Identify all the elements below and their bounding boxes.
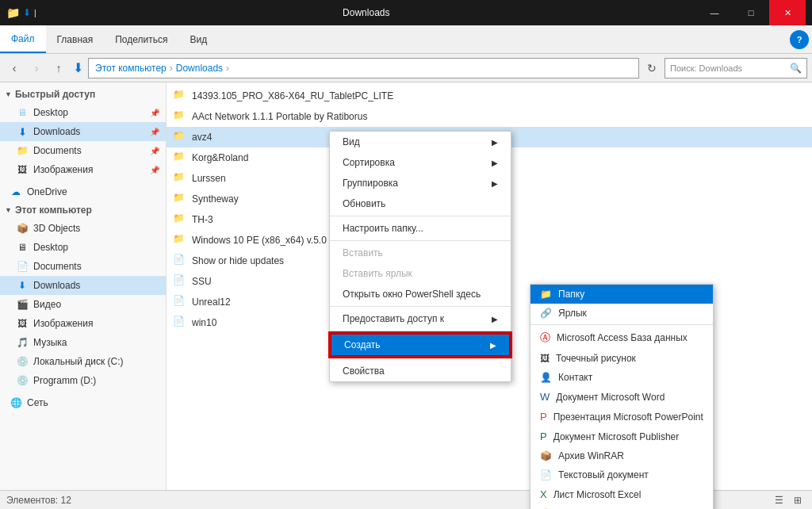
ctx-arrow-icon: ▶	[492, 179, 498, 188]
submenu-folder[interactable]: 📁 Папку	[530, 285, 713, 304]
drive-c-label: Локальный диск (C:)	[33, 356, 159, 367]
ctx-sep3	[330, 306, 511, 307]
address-path[interactable]: Этот компьютер › Downloads ›	[88, 58, 639, 78]
ctx-customize-label: Настроить папку...	[343, 223, 423, 234]
ctx-refresh[interactable]: Обновить	[330, 193, 511, 214]
ctx-group-label: Группировка	[343, 178, 398, 189]
quick-access-label: Быстрый доступ	[15, 89, 95, 100]
sidebar-item-drive-c[interactable]: 💿 Локальный диск (C:)	[0, 352, 166, 371]
folder-icon: 📁	[173, 171, 187, 186]
sidebar-item-music[interactable]: 🎵 Музыка	[0, 333, 166, 352]
submenu-txt-icon: 📄	[540, 469, 552, 480]
forward-button[interactable]: ›	[27, 59, 46, 78]
sidebar-item-network[interactable]: 🌐 Сеть	[0, 393, 166, 412]
maximize-button[interactable]: □	[733, 0, 769, 25]
submenu-excel[interactable]: X Лист Microsoft Excel	[530, 484, 713, 504]
submenu-bitmap-label: Точечный рисунок	[556, 353, 636, 364]
ctx-arrow-icon: ▶	[492, 315, 498, 323]
ctx-sep2	[330, 240, 511, 241]
close-button[interactable]: ✕	[769, 0, 806, 25]
sidebar-item-video[interactable]: 🎬 Видео	[0, 295, 166, 314]
minimize-button[interactable]: —	[696, 0, 733, 25]
downloads-label: Downloads	[33, 126, 145, 137]
ctx-view[interactable]: Вид ▶	[330, 132, 511, 152]
submenu-bitmap[interactable]: 🖼 Точечный рисунок	[530, 349, 713, 368]
sidebar-item-onedrive[interactable]: ☁ OneDrive	[0, 182, 166, 201]
submenu-shortcut-label: Ярлык	[558, 308, 587, 319]
ctx-powershell-label: Открыть окно PowerShell здесь	[343, 289, 481, 300]
submenu-folder-icon: 📁	[540, 289, 552, 300]
thispc-label: Этот компьютер	[15, 205, 92, 216]
up-button[interactable]: ↑	[49, 59, 68, 78]
help-button[interactable]: ?	[790, 30, 809, 49]
search-placeholder: Поиск: Downloads	[670, 63, 742, 73]
ctx-customize[interactable]: Настроить папку...	[330, 218, 511, 239]
submenu-publisher[interactable]: P Документ Microsoft Publisher	[530, 427, 713, 446]
submenu-contact-icon: 👤	[540, 372, 552, 383]
submenu-txt[interactable]: 📄 Текстовый документ	[530, 465, 713, 484]
sidebar-item-desktop[interactable]: 🖥 Desktop 📌	[0, 103, 166, 122]
folder-icon: 📁	[173, 130, 187, 144]
ctx-group[interactable]: Группировка ▶	[330, 173, 511, 193]
submenu-access-label: Microsoft Access База данных	[557, 332, 688, 343]
sidebar-item-images2[interactable]: 🖼 Изображения	[0, 314, 166, 333]
tab-view[interactable]: Вид	[178, 25, 218, 53]
sidebar-item-documents[interactable]: 📁 Documents 📌	[0, 141, 166, 160]
search-box[interactable]: Поиск: Downloads 🔍	[665, 58, 807, 78]
sidebar-item-3d[interactable]: 📦 3D Objects	[0, 219, 166, 238]
video-label: Видео	[33, 299, 159, 310]
folder-icon: 📁	[173, 109, 187, 124]
file-name: SSU	[192, 276, 212, 287]
refresh-button[interactable]: ↻	[642, 59, 661, 78]
submenu-zip[interactable]: 📦 Архив ZIP - WinRAR	[530, 504, 713, 509]
desktop2-label: Desktop	[33, 242, 159, 253]
breadcrumb-this-pc[interactable]: Этот компьютер	[95, 63, 167, 74]
submenu-folder-label: Папку	[558, 289, 584, 300]
submenu-sep1	[530, 324, 713, 325]
sidebar-item-downloads[interactable]: ⬇ Downloads 📌	[0, 122, 166, 141]
ctx-share[interactable]: Предоставить доступ к ▶	[330, 308, 511, 329]
video-icon: 🎬	[16, 298, 29, 311]
submenu-shortcut[interactable]: 🔗 Ярлык	[530, 304, 713, 323]
network-label: Сеть	[27, 397, 159, 408]
file-name: avz4	[192, 132, 212, 143]
list-view-button[interactable]: ☰	[771, 492, 787, 508]
ctx-create[interactable]: Создать ▶	[330, 333, 511, 357]
thispc-header[interactable]: ▼ Этот компьютер	[0, 201, 166, 219]
ribbon: Файл Главная Поделиться Вид ?	[0, 25, 812, 54]
sidebar-item-drive-d[interactable]: 💿 Programm (D:)	[0, 371, 166, 390]
quick-access-header[interactable]: ▼ Быстрый доступ	[0, 86, 166, 103]
file-name: win10	[192, 317, 216, 328]
tab-home[interactable]: Главная	[46, 25, 105, 53]
ctx-properties[interactable]: Свойства	[330, 361, 511, 381]
ctx-powershell[interactable]: Открыть окно PowerShell здесь	[330, 284, 511, 304]
back-button[interactable]: ‹	[5, 59, 24, 78]
submenu-word[interactable]: W Документ Microsoft Word	[530, 387, 713, 407]
file-item[interactable]: 📁 AAct Network 1.1.1 Portable by Ratibor…	[167, 106, 812, 127]
tab-file[interactable]: Файл	[0, 25, 46, 53]
submenu-winrar[interactable]: 📦 Архив WinRAR	[530, 446, 713, 465]
tab-share[interactable]: Поделиться	[104, 25, 178, 53]
music-icon: 🎵	[16, 336, 29, 349]
ctx-sort-label: Сортировка	[343, 157, 395, 168]
breadcrumb-downloads[interactable]: Downloads	[176, 63, 223, 74]
titlebar-icons: 📁 ⬇ |	[6, 6, 36, 19]
file-item[interactable]: 📁 14393.105_PRO_X86-X64_RU_TabletPC_LITE	[167, 86, 812, 106]
submenu-access[interactable]: Ⓐ Microsoft Access База данных	[530, 327, 713, 349]
file-icon: 📄	[173, 295, 187, 309]
3dobjects-icon: 📦	[16, 222, 29, 235]
submenu-contact[interactable]: 👤 Контакт	[530, 368, 713, 387]
sidebar-item-docs2[interactable]: 📄 Documents	[0, 257, 166, 276]
submenu-ppt[interactable]: P Презентация Microsoft PowerPoint	[530, 407, 713, 427]
submenu-shortcut-icon: 🔗	[540, 308, 552, 319]
sidebar-item-images[interactable]: 🖼 Изображения 📌	[0, 160, 166, 179]
ctx-sort[interactable]: Сортировка ▶	[330, 152, 511, 173]
submenu-contact-label: Контакт	[558, 372, 592, 383]
search-icon[interactable]: 🔍	[790, 63, 802, 74]
folder-icon: 📁	[173, 89, 187, 103]
ctx-arrow-icon: ▶	[490, 341, 496, 350]
sidebar-item-desktop2[interactable]: 🖥 Desktop	[0, 238, 166, 257]
addressbar: ‹ › ↑ ⬇ Этот компьютер › Downloads › ↻ П…	[0, 54, 812, 82]
grid-view-button[interactable]: ⊞	[790, 492, 806, 508]
sidebar-item-downloads2[interactable]: ⬇ Downloads	[0, 276, 166, 295]
